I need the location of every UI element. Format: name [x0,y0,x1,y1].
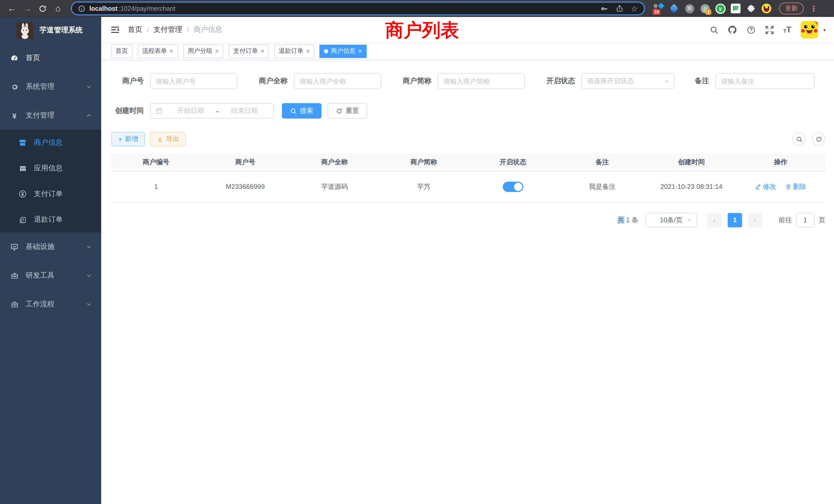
merchant-no-label: 商户号 [111,76,150,86]
breadcrumb-separator: / [147,26,149,34]
merchant-name-input[interactable] [294,73,381,89]
app-logo-row[interactable]: 芋道管理系统 [0,17,101,44]
search-form-row-1: 商户号 商户全称 商户简称 开启状态 请选择开启状态 [111,73,825,89]
profile-emoji-icon[interactable] [761,3,772,14]
browser-menu-icon[interactable]: ⋮ [810,4,817,13]
toggle-search-icon[interactable] [792,132,806,146]
tag-pay-order[interactable]: 支付订单 × [228,44,269,58]
search-icon[interactable] [709,25,719,35]
breadcrumb: 首页 / 支付管理 / 商户信息 [128,25,222,35]
col-remark: 备注 [558,154,647,171]
status-select[interactable]: 请选择开启状态 [581,73,674,89]
tag-process-form[interactable]: 流程表单 × [138,44,178,58]
merchant-short-input[interactable] [438,73,525,89]
sidebar: 芋道管理系统 首页 系统管理 [0,17,101,504]
export-button[interactable]: 导出 [150,132,186,146]
status-toggle-on[interactable] [503,181,523,192]
extension-chat-icon[interactable] [730,3,741,14]
create-time-range-picker[interactable]: 开始日期 - 结束日期 [150,103,274,118]
close-icon[interactable]: × [306,48,310,54]
extension-kite-icon[interactable] [668,3,679,14]
extension-monkey-icon[interactable]: 10 [653,3,664,14]
fullscreen-icon[interactable] [765,25,774,35]
sidebar-item-label: 系统管理 [26,82,54,91]
sidebar-item-label: 应用信息 [34,164,63,173]
extensions-puzzle-icon[interactable] [746,3,756,14]
merchant-no-input[interactable] [150,73,237,89]
bookmark-star-icon[interactable]: ☆ [631,4,638,13]
browser-reload-icon[interactable] [36,2,49,15]
prev-page-button[interactable]: ‹ [707,213,722,227]
extension-command-icon[interactable]: ⌘ [684,3,695,14]
sidebar-item-merchant-info[interactable]: 商户信息 [0,130,101,156]
tag-home[interactable]: 首页 [111,44,132,58]
close-icon[interactable]: × [170,48,173,54]
breadcrumb-payment[interactable]: 支付管理 [154,25,182,35]
share-icon[interactable] [615,5,623,12]
browser-forward-icon[interactable]: → [21,2,34,15]
sidebar-item-workflow[interactable]: 工作流程 [0,290,101,319]
page-size-value: 10条/页 [660,215,682,225]
trash-icon [785,183,791,190]
tag-label: 商户信息 [331,47,356,55]
remark-label: 备注 [684,76,716,86]
sidebar-item-infrastructure[interactable]: 基础设施 [0,232,101,261]
sidebar-item-refund-order[interactable]: 退款订单 [0,207,101,232]
sidebar-item-pay-order[interactable]: 支付订单 [0,181,101,207]
search-button[interactable]: 搜索 [282,103,322,118]
merchant-table: 商户编号 商户号 商户全称 商户简称 开启状态 备注 创建时间 操作 1 [111,154,825,203]
form-item-merchant-no: 商户号 [111,73,237,89]
sidebar-item-payment[interactable]: ¥ 支付管理 [0,101,101,130]
site-info-icon[interactable] [78,5,85,12]
tag-label: 退款订单 [279,47,304,55]
document-icon [19,216,27,224]
toolbox-icon [10,272,19,279]
tag-refund-order[interactable]: 退款订单 × [274,44,314,58]
password-key-icon[interactable] [599,4,608,13]
github-icon[interactable] [728,25,737,35]
add-button[interactable]: + 新增 [111,132,145,146]
cell-merchant-short: 芋艿 [379,171,468,202]
form-item-remark: 备注 [684,73,814,89]
browser-back-icon[interactable]: ← [5,2,19,15]
url-host: localhost [89,5,117,12]
close-icon[interactable]: × [215,48,219,54]
merchant-short-label: 商户简称 [391,76,438,86]
sidebar-toggle-icon[interactable] [110,25,120,35]
page-content: 商户号 商户全称 商户简称 开启状态 请选择开启状态 [101,60,834,227]
extension-avatar-icon[interactable]: 1 [699,3,710,14]
goto-page-input[interactable] [796,213,814,227]
tag-user-group[interactable]: 用户分组 × [183,44,223,58]
annotation-merchant-list: 商户列表 [385,18,459,43]
tag-merchant-info[interactable]: 商户信息 × [320,44,367,58]
sidebar-item-home[interactable]: 首页 [0,44,101,72]
refresh-icon[interactable] [812,132,825,146]
browser-update-button[interactable]: 更新 [779,3,804,14]
next-page-button[interactable]: › [748,213,762,227]
close-icon[interactable]: × [260,48,264,54]
font-size-icon[interactable]: TT [783,26,791,34]
sidebar-item-app-info[interactable]: 应用信息 [0,156,101,181]
caret-down-icon[interactable]: ▾ [823,27,826,32]
user-avatar[interactable] [800,21,818,39]
sidebar-item-system[interactable]: 系统管理 [0,72,101,101]
search-form-row-2: 创建时间 开始日期 - 结束日期 搜索 [111,103,825,118]
help-icon[interactable] [746,25,755,35]
page-1-button[interactable]: 1 [728,213,742,227]
plus-icon: + [118,136,122,143]
browser-home-icon[interactable]: ⌂ [51,2,65,15]
reset-button[interactable]: 重置 [328,103,367,118]
breadcrumb-home[interactable]: 首页 [128,25,142,35]
sidebar-item-dev-tools[interactable]: 研发工具 [0,261,101,290]
monitor-icon [10,243,19,251]
close-icon[interactable]: × [358,48,362,54]
edit-link[interactable]: 修改 [755,182,776,191]
extension-y-icon[interactable]: y [715,3,726,14]
remark-input[interactable] [716,73,814,89]
cell-merchant-no: M233666999 [201,171,290,202]
url-path: :1024/pay/merchant [118,5,175,12]
page-size-select[interactable]: 10条/页 [645,213,697,227]
delete-link[interactable]: 删除 [785,182,806,191]
download-icon [157,136,163,142]
address-bar[interactable]: localhost :1024/pay/merchant ☆ [71,2,645,16]
